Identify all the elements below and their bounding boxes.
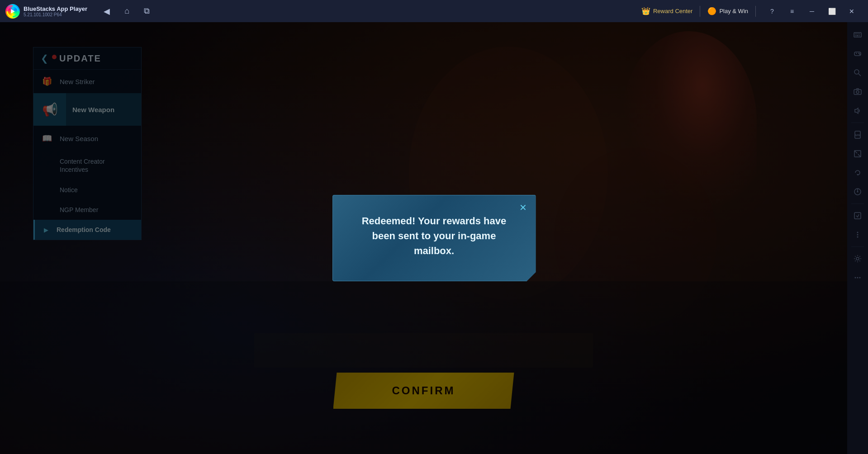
minimize-button[interactable]: ─ <box>803 0 821 22</box>
reward-center-label: Reward Center <box>653 8 693 14</box>
modal-overlay: ✕ Redeemed! Your rewards have been sent … <box>0 22 868 454</box>
app-version: 5.21.101.1002 P64 <box>24 12 87 17</box>
reward-crown-icon: 👑 <box>641 7 650 15</box>
reward-modal: ✕ Redeemed! Your rewards have been sent … <box>332 195 536 281</box>
play-win-button[interactable]: 🟠 Play & Win <box>707 7 748 15</box>
titlebar-separator-2 <box>755 6 756 17</box>
reward-message: Redeemed! Your rewards have been sent to… <box>351 213 517 258</box>
close-button[interactable]: ✕ <box>843 0 861 22</box>
titlebar-nav: ◀ ⌂ ⧉ <box>93 5 161 18</box>
titlebar-separator <box>700 6 700 17</box>
nav-back-button[interactable]: ◀ <box>100 5 114 18</box>
titlebar: BlueStacks App Player 5.21.101.1002 P64 … <box>0 0 868 22</box>
app-title: BlueStacks App Player <box>24 5 87 12</box>
nav-home-button[interactable]: ⌂ <box>121 5 133 18</box>
bluestacks-logo <box>5 4 20 19</box>
menu-button[interactable]: ≡ <box>783 0 801 22</box>
play-win-label: Play & Win <box>719 8 748 14</box>
maximize-button[interactable]: ⬜ <box>823 0 841 22</box>
nav-multi-button[interactable]: ⧉ <box>140 5 153 18</box>
titlebar-window-controls: ? ≡ ─ ⬜ ✕ <box>763 0 861 22</box>
reward-center-button[interactable]: 👑 Reward Center <box>641 7 693 15</box>
app-name: BlueStacks App Player 5.21.101.1002 P64 <box>24 5 87 17</box>
modal-close-button[interactable]: ✕ <box>517 201 530 214</box>
play-win-icon: 🟠 <box>707 7 716 15</box>
svg-marker-1 <box>11 9 15 14</box>
main-content: CONFIRM ❮ UPDATE 🎁 New Striker 📢 New Wea… <box>0 22 868 454</box>
help-button[interactable]: ? <box>763 0 781 22</box>
titlebar-right: 👑 Reward Center 🟠 Play & Win ? ≡ ─ ⬜ ✕ <box>641 0 868 22</box>
app-logo-area: BlueStacks App Player 5.21.101.1002 P64 <box>0 4 93 19</box>
